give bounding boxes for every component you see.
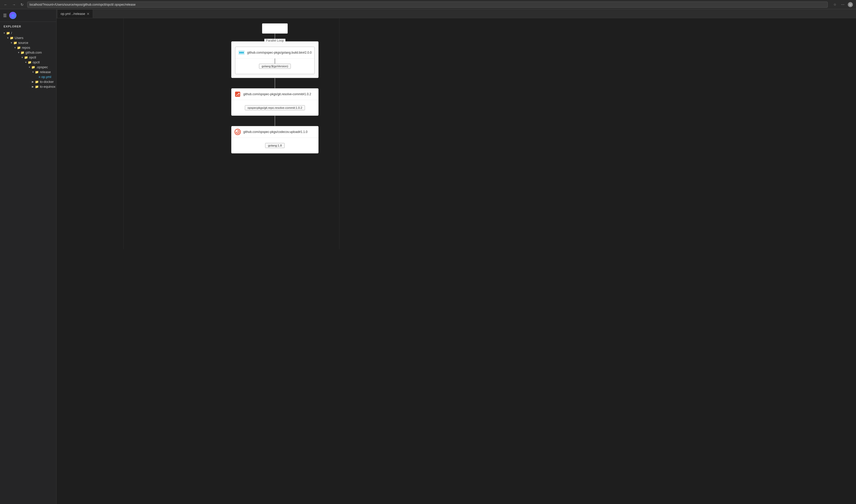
tree-item-users[interactable]: ▾ 📁 Users [0, 35, 56, 40]
tree-item-source[interactable]: ▾ 📁 source [0, 40, 56, 45]
svg-point-6 [239, 52, 241, 53]
back-button[interactable]: ← [3, 2, 9, 8]
tree-item-to-equinox[interactable]: ▶ 📁 to-equinox [0, 84, 56, 89]
file-tree: ▾ 📁 / ▾ 📁 Users ▾ 📁 source ▾ 📁 repos [0, 30, 56, 504]
tree-item-github[interactable]: ▾ 📁 github.com [0, 50, 56, 55]
caret-icon: ▶ [31, 85, 35, 88]
tree-item-opyml[interactable]: ≡ op.yml [0, 74, 56, 79]
right-border-line [339, 18, 340, 249]
menu-button[interactable]: ⋯ [840, 2, 846, 8]
top-box [262, 23, 288, 34]
git-resolve-node-title: github.com/opspec-pkgs/git.resolve-commi… [243, 92, 311, 96]
folder-icon: 📁 [10, 36, 14, 40]
diagram-canvas[interactable]: Parallel Loop [56, 18, 856, 504]
tree-item-opctl-outer[interactable]: ▾ 📁 opctl [0, 55, 56, 60]
tree-item-opctl-inner[interactable]: ▾ 📁 opctl [0, 60, 56, 65]
git-resolve-node: ⎇ github.com/opspec-pkgs/git.resolve-com… [231, 88, 319, 116]
inner-connector [275, 58, 275, 64]
connector-line-3 [275, 116, 275, 126]
codecov-node-body: golang:1.8 [232, 138, 318, 153]
folder-icon: 📁 [31, 66, 35, 69]
folder-icon: 📁 [35, 85, 39, 89]
svg-text:⎇: ⎇ [236, 92, 240, 96]
folder-icon: 📁 [28, 60, 32, 64]
tree-item-release[interactable]: ▾ 📁 release [0, 70, 56, 74]
codecov-icon [234, 128, 241, 136]
git-icon: ⎇ [234, 91, 241, 98]
sidebar: ☰ Explorer ▾ 📁 / ▾ 📁 Users [0, 9, 56, 504]
folder-icon: 📁 [20, 51, 24, 54]
golang-build-node-title: github.com/opspec-pkgs/golang.build.bin#… [247, 51, 312, 54]
git-resolve-node-header: ⎇ github.com/opspec-pkgs/git.resolve-com… [232, 89, 318, 100]
tree-item-to-docker[interactable]: ▶ 📁 to-docker [0, 79, 56, 84]
codecov-node-title: github.com/opspec-pkgs/codecov.upload#1.… [243, 130, 308, 134]
caret-icon: ▾ [27, 66, 31, 69]
parallel-loop-label: Parallel Loop [264, 39, 286, 42]
left-border-line [123, 18, 124, 249]
forward-button[interactable]: → [11, 2, 17, 8]
tab-label: op.yml ../release [61, 12, 85, 16]
tab-opyml[interactable]: op.yml ../release ✕ [57, 9, 93, 18]
golang-build-node-header: github.com/opspec-pkgs/golang.build.bin#… [235, 47, 314, 58]
svg-point-8 [242, 52, 244, 53]
caret-icon: ▾ [2, 32, 6, 34]
caret-icon: ▾ [24, 61, 28, 64]
browser-chrome: ← → ↻ localhost/?mount=/Users/source/rep… [0, 0, 856, 9]
caret-icon: ▾ [31, 71, 35, 73]
caret-icon: ▾ [20, 56, 24, 59]
codecov-node: github.com/opspec-pkgs/codecov.upload#1.… [231, 126, 319, 154]
folder-icon: 📁 [6, 31, 10, 35]
explorer-title: Explorer [0, 22, 56, 30]
codecov-node-header: github.com/opspec-pkgs/codecov.upload#1.… [232, 126, 318, 138]
caret-icon: ▾ [6, 36, 10, 39]
tab-bar: op.yml ../release ✕ [56, 9, 856, 18]
yaml-file-icon: ≡ [38, 75, 40, 79]
app-logo [9, 12, 16, 19]
caret-icon: ▾ [13, 46, 17, 49]
caret-icon: ▶ [31, 80, 35, 83]
golang-build-node-body: golang:$(goVersion) [235, 58, 314, 74]
folder-icon: 📁 [35, 70, 39, 74]
parallel-loop-body: github.com/opspec-pkgs/golang.build.bin#… [232, 41, 318, 78]
golang-build-badge: golang:$(goVersion) [259, 64, 291, 69]
bookmark-button[interactable]: ☆ [832, 2, 838, 8]
git-resolve-node-body: opspecpkgs/git.repo.resolve-commit:1.0.2 [232, 100, 318, 115]
svg-point-13 [237, 131, 238, 132]
diagram-area: Parallel Loop [56, 18, 856, 249]
golang-build-node: github.com/opspec-pkgs/golang.build.bin#… [235, 47, 315, 74]
folder-icon: 📁 [17, 46, 21, 50]
svg-text:U: U [849, 3, 851, 6]
tree-item-repos[interactable]: ▾ 📁 repos [0, 45, 56, 50]
profile-button[interactable]: U [847, 2, 853, 8]
url-bar[interactable]: localhost/?mount=/Users/source/repos/git… [27, 2, 828, 8]
reload-button[interactable]: ↻ [19, 2, 25, 8]
folder-icon: 📁 [24, 56, 28, 59]
folder-icon: 📁 [35, 80, 39, 84]
tab-close-button[interactable]: ✕ [87, 12, 90, 16]
svg-point-7 [241, 52, 242, 53]
caret-icon: ▾ [9, 41, 13, 44]
tree-item-root[interactable]: ▾ 📁 / [0, 31, 56, 35]
codecov-badge: golang:1.8 [265, 143, 285, 148]
parallel-loop-container: Parallel Loop [231, 41, 319, 78]
svg-marker-3 [11, 14, 14, 17]
caret-icon: ▾ [16, 51, 20, 54]
connector-line-2 [275, 78, 275, 88]
golang-icon [238, 49, 245, 56]
sidebar-header: ☰ [0, 9, 56, 22]
git-resolve-badge: opspecpkgs/git.repo.resolve-commit:1.0.2 [245, 105, 305, 110]
folder-icon: 📁 [13, 41, 17, 44]
tree-item-opspec[interactable]: ▾ 📁 .opspec [0, 65, 56, 70]
hamburger-icon[interactable]: ☰ [3, 13, 7, 18]
